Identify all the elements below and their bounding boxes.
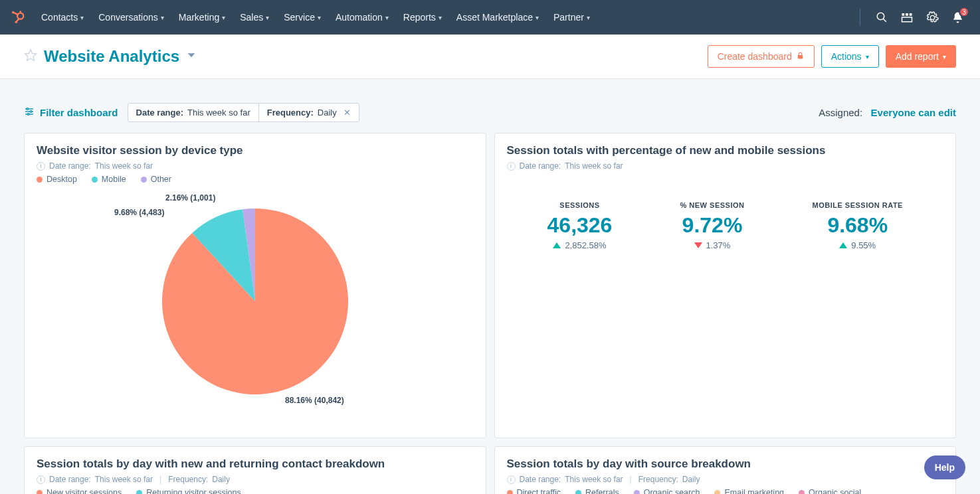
legend-label: Organic search	[644, 488, 700, 494]
kpi-value: 9.68%	[813, 213, 903, 238]
info-icon[interactable]: i	[507, 475, 516, 484]
kpi-new-session: % NEW SESSION 9.72% 1.37%	[680, 201, 744, 250]
legend-item[interactable]: New visitor sessions	[37, 488, 122, 494]
filter-label: Filter dashboard	[40, 107, 118, 118]
legend-item[interactable]: Email marketing	[714, 488, 784, 494]
nav-item-service[interactable]: Service▾	[277, 7, 328, 28]
info-icon[interactable]: i	[37, 162, 45, 171]
sub-label: Frequency:	[168, 475, 208, 484]
chevron-down-icon: ▾	[866, 53, 869, 60]
nav-item-sales[interactable]: Sales▾	[233, 7, 276, 28]
kpi-delta-value: 2,852.58%	[565, 240, 606, 250]
svg-point-6	[877, 13, 884, 20]
card-subtitle: i Date range: This week so far | Frequen…	[37, 475, 474, 484]
nav-label: Asset Marketplace	[456, 12, 533, 23]
svg-marker-12	[25, 50, 37, 61]
page-title[interactable]: Website Analytics	[44, 47, 179, 66]
nav-label: Sales	[240, 12, 263, 23]
kpi-delta-value: 9.55%	[851, 240, 876, 250]
legend-item[interactable]: Mobile	[92, 175, 126, 184]
gear-icon[interactable]	[926, 11, 939, 24]
sub-value: This week so far	[565, 161, 623, 171]
pill-value: This week so far	[187, 108, 250, 118]
chevron-down-icon: ▾	[222, 14, 225, 21]
title-dropdown-icon[interactable]	[186, 50, 197, 63]
chevron-down-icon: ▾	[587, 14, 590, 21]
kpi-sessions: SESSIONS 46,326 2,852.58%	[547, 201, 613, 250]
svg-rect-9	[906, 13, 908, 16]
filter-frequency[interactable]: Frequency: Daily ✕	[258, 104, 359, 122]
kpi-value: 9.72%	[680, 213, 744, 238]
info-icon[interactable]: i	[37, 475, 45, 484]
help-button[interactable]: Help	[924, 455, 965, 479]
nav-label: Service	[284, 12, 315, 23]
pie-label-mobile: 9.68% (4,483)	[114, 208, 164, 217]
legend-item[interactable]: Referrals	[575, 488, 619, 494]
nav-item-automation[interactable]: Automation▾	[329, 7, 395, 28]
sub-value: Daily	[212, 475, 230, 484]
nav-item-reports[interactable]: Reports▾	[397, 7, 448, 28]
chevron-down-icon: ▾	[318, 14, 321, 21]
nav-item-contacts[interactable]: Contacts▾	[35, 7, 90, 28]
legend-item[interactable]: Direct traffic	[507, 488, 561, 494]
svg-rect-14	[797, 55, 803, 58]
card-device-type: Website visitor session by device type i…	[24, 133, 486, 438]
up-arrow-icon	[553, 242, 561, 248]
filter-left: Filter dashboard Date range: This week s…	[24, 103, 359, 122]
svg-point-4	[15, 21, 17, 24]
svg-point-5	[19, 11, 21, 13]
info-icon[interactable]: i	[507, 162, 516, 171]
legend-dot	[141, 177, 147, 183]
kpi-delta-value: 1.37%	[706, 240, 731, 250]
svg-point-20	[27, 114, 29, 116]
legend: Desktop Mobile Other	[37, 175, 474, 184]
filter-date-range[interactable]: Date range: This week so far	[128, 104, 258, 122]
divider: |	[159, 475, 161, 484]
hubspot-logo-icon[interactable]	[7, 10, 29, 25]
chevron-down-icon: ▾	[80, 14, 84, 21]
nav-menu: Contacts▾ Conversations▾ Marketing▾ Sale…	[35, 7, 860, 28]
kpi-mobile-rate: MOBILE SESSION RATE 9.68% 9.55%	[813, 201, 903, 250]
nav-item-partner[interactable]: Partner▾	[547, 7, 597, 28]
assigned-link[interactable]: Everyone can edit	[871, 107, 956, 118]
add-report-button[interactable]: Add report ▾	[886, 45, 956, 68]
nav-item-asset-marketplace[interactable]: Asset Marketplace▾	[450, 7, 545, 28]
legend-item[interactable]: Other	[141, 175, 171, 184]
card-title: Website visitor session by device type	[37, 144, 474, 157]
marketplace-icon[interactable]	[900, 11, 914, 24]
legend-item[interactable]: Returning visitor sessions	[136, 488, 241, 494]
legend-dot	[92, 177, 98, 183]
pie-chart: 88.16% (40,842) 9.68% (4,483) 2.16% (1,0…	[37, 192, 474, 411]
legend-item[interactable]: Organic social	[799, 488, 861, 494]
actions-button[interactable]: Actions ▾	[821, 45, 879, 68]
nav-item-conversations[interactable]: Conversations▾	[92, 7, 171, 28]
legend: Direct traffic Referrals Organic search …	[507, 488, 944, 494]
create-dashboard-button[interactable]: Create dashboard	[708, 45, 815, 68]
filter-dashboard-link[interactable]: Filter dashboard	[24, 106, 118, 119]
legend-item[interactable]: Organic search	[634, 488, 700, 494]
favorite-star-icon[interactable]	[24, 48, 37, 64]
nav-label: Automation	[336, 12, 383, 23]
cards-grid: Website visitor session by device type i…	[0, 133, 980, 494]
pill-label: Date range:	[136, 108, 184, 118]
sub-label: Date range:	[520, 161, 561, 171]
card-title: Session totals by day with new and retur…	[37, 457, 474, 471]
pill-value: Daily	[318, 108, 337, 118]
notifications-icon[interactable]: 3	[951, 11, 964, 24]
svg-point-18	[27, 108, 29, 110]
nav-item-marketing[interactable]: Marketing▾	[172, 7, 232, 28]
kpi-row: SESSIONS 46,326 2,852.58% % NEW SESSION …	[507, 175, 944, 264]
pie-svg	[162, 208, 348, 394]
card-title: Session totals by day with source breakd…	[507, 457, 944, 471]
legend-item[interactable]: Desktop	[37, 175, 77, 184]
legend-dot	[714, 490, 720, 495]
chevron-down-icon: ▾	[439, 14, 442, 21]
card-new-returning: Session totals by day with new and retur…	[24, 446, 486, 494]
legend-label: Mobile	[102, 175, 126, 184]
sub-value: This week so far	[565, 475, 623, 484]
legend-label: Direct traffic	[517, 488, 561, 494]
close-icon[interactable]: ✕	[341, 108, 351, 118]
filter-pill: Date range: This week so far Frequency: …	[128, 103, 359, 122]
legend-dot	[37, 177, 43, 183]
search-icon[interactable]	[875, 11, 888, 24]
